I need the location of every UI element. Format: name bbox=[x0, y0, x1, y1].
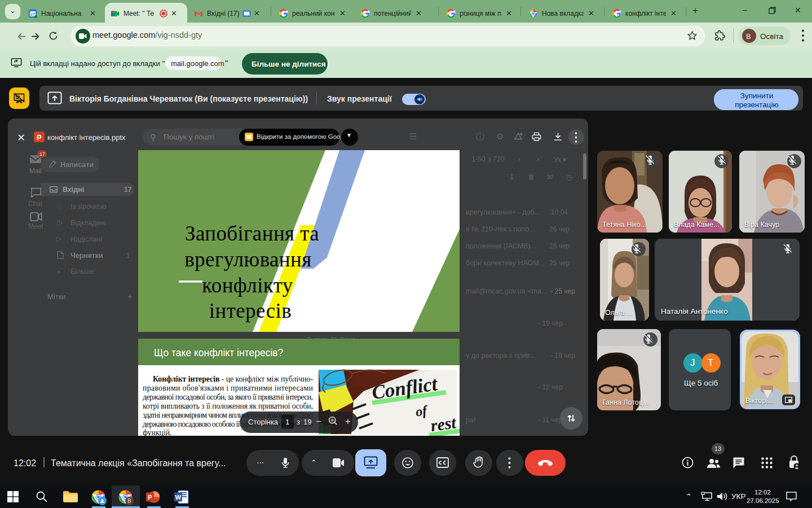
svg-text:P: P bbox=[148, 494, 152, 501]
svg-text:Конфлікт інтересів - це конфлі: Конфлікт інтересів - це конфлікт між пуб… bbox=[153, 375, 313, 383]
svg-text:Запобігання та: Запобігання та bbox=[185, 222, 319, 245]
svg-text:врегулювання: врегулювання bbox=[184, 248, 311, 271]
svg-text:котрі випливають з її положенн: котрі випливають з її положення як прива… bbox=[143, 402, 313, 410]
svg-text:правовими обов'язками і приват: правовими обов'язками і приватними інтер… bbox=[143, 384, 314, 392]
svg-text:конфлікту: конфлікту bbox=[202, 274, 293, 297]
svg-text:державної посадової особи, за: державної посадової особи, за якого її п… bbox=[143, 393, 313, 401]
svg-text:інтересів: інтересів bbox=[209, 299, 292, 322]
svg-text:Що таке конфлікт інтересів?: Що таке конфлікт інтересів? bbox=[154, 347, 284, 358]
svg-text:W: W bbox=[175, 494, 182, 501]
svg-text:27: 27 bbox=[30, 12, 35, 16]
svg-text:функцій.: функцій. bbox=[143, 428, 172, 436]
